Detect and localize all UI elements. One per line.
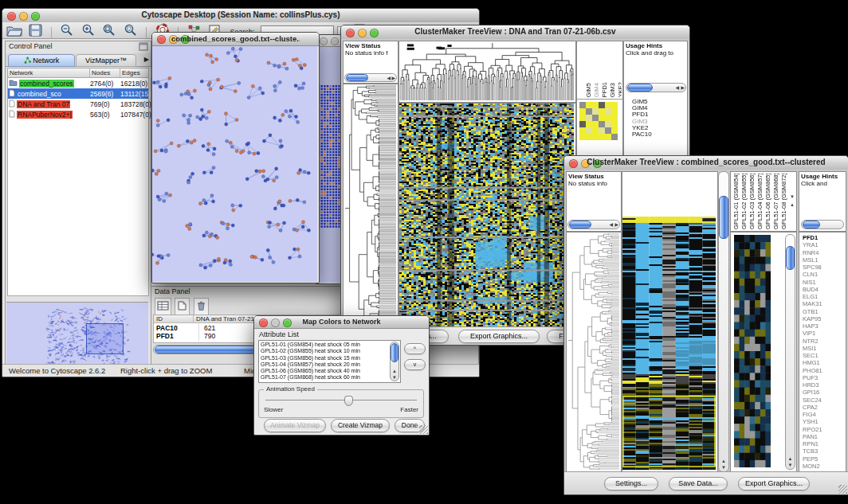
close-button[interactable] (569, 159, 578, 168)
folder-icon (9, 79, 18, 88)
move-down-button[interactable]: v (404, 359, 426, 370)
tv2-heatmap-vscrollbar[interactable]: ▲▼ (718, 171, 729, 472)
minimize-button[interactable] (331, 37, 339, 45)
speed-slider-thumb[interactable] (344, 396, 353, 406)
select-attributes-icon[interactable] (155, 298, 171, 315)
network-table-body: combined_scores2764(0)16218(0)combined_s… (8, 78, 148, 119)
tv2-heatmap-panel (622, 171, 718, 472)
tv2-export-graphics-button[interactable]: Export Graphics... (738, 477, 810, 490)
tv2-save-data-button[interactable]: Save Data... (669, 477, 728, 490)
tv2-settings-button[interactable]: Settings... (604, 477, 658, 490)
tv1-mini-heatmap[interactable] (579, 102, 618, 140)
network-overview-canvas[interactable] (6, 302, 148, 371)
tv2-zoom-vscrollbar[interactable]: ▲▼ (785, 234, 795, 470)
status-welcome: Welcome to Cytoscape 2.6.2 (9, 366, 105, 375)
network-view-window: combined_scores_good.txt--cluste... (151, 32, 320, 283)
control-panel-tabs: Network VizMapper™ ▶ (6, 53, 151, 67)
tv1-heatmap[interactable] (399, 104, 574, 326)
data-panel-toolbar (155, 298, 209, 315)
treeview2-titlebar[interactable]: ClusterMaker TreeView : combined_scores_… (564, 156, 848, 170)
tv1-row-dendrogram-panel (343, 84, 398, 329)
attribute-items[interactable]: GPL51-01 (GSM854) heat shock 05 minGPL51… (259, 341, 400, 382)
col-nodes[interactable]: Nodes (90, 68, 120, 77)
attribute-list-label: Attribute List (259, 330, 299, 338)
col-edges[interactable]: Edges (120, 68, 151, 77)
close-button[interactable] (346, 29, 355, 37)
doc-icon (9, 100, 15, 109)
tv2-vs-scrollbar[interactable]: ◀▶ (567, 220, 620, 229)
treeview1-titlebar[interactable]: ClusterMaker TreeView : DNA and Tran 07-… (341, 25, 689, 40)
tv1-view-status-panel: View Status No status info f ◀▶ (343, 41, 398, 84)
main-titlebar[interactable]: Cytoscape Desktop (Session Name: collins… (2, 9, 479, 23)
network-row[interactable]: DNA and Tran 07769(0)183728(0) (8, 99, 148, 109)
slower-label: Slower (264, 406, 283, 413)
control-panel: Control Panel Network VizMapper™ ▶ Netwo… (5, 41, 151, 373)
zoom-fit-button[interactable] (100, 22, 118, 37)
tv2-zoom-heatmap[interactable] (734, 235, 771, 467)
tab-vizmapper[interactable]: VizMapper™ (76, 54, 136, 67)
tv2-button-bar: Settings... Save Data... Export Graphics… (564, 471, 848, 494)
tv2-col-labels-panel: GPL51-01 (GSM854)GPL51-02 (GSM855)GPL51-… (730, 171, 797, 232)
tv1-col-dendrogram[interactable] (399, 41, 574, 100)
tv2-row-dendrogram[interactable] (567, 232, 619, 470)
view-status-info: No status info f (344, 49, 398, 57)
create-vizmap-button[interactable]: Create Vizmap (331, 419, 390, 432)
new-attribute-icon[interactable] (175, 298, 190, 315)
main-window-title: Cytoscape Desktop (Session Name: collins… (22, 10, 460, 19)
close-button[interactable] (157, 35, 166, 44)
float-panel-icon[interactable] (139, 42, 148, 53)
zoom-in-button[interactable] (80, 22, 97, 37)
network-row[interactable]: RNAPuberNov2+|563(0)107847(0) (8, 109, 148, 119)
view-status-info: No status info (567, 180, 621, 187)
tv1-row-dendrogram[interactable] (344, 84, 396, 326)
network-view-titlebar[interactable]: combined_scores_good.txt--cluste... (152, 33, 319, 46)
close-button[interactable] (320, 37, 328, 45)
close-button[interactable] (7, 12, 16, 21)
tv2-heatmap[interactable] (622, 217, 716, 470)
view-status-title: View Status (344, 41, 398, 49)
doc-icon (9, 89, 15, 99)
resize-grip[interactable] (419, 425, 428, 434)
delete-attribute-icon[interactable] (194, 298, 209, 315)
close-button[interactable] (259, 318, 268, 327)
tv1-vs-scrollbar[interactable]: ◀▶ (344, 73, 397, 82)
tv1-col-dendrogram-panel (398, 41, 576, 103)
network-row[interactable]: combined_scores2764(0)16218(0) (8, 78, 148, 88)
move-up-button[interactable]: ^ (404, 343, 426, 354)
gene-labels: PFD1YRA1RNR4MSL1SPC98CLN1NIS1BUD4ELG1MAK… (803, 234, 822, 470)
tv2-gene-list-panel: PFD1YRA1RNR4MSL1SPC98CLN1NIS1BUD4ELG1MAK… (799, 232, 846, 472)
network-view-title: combined_scores_good.txt--cluste... (171, 34, 300, 43)
id-column-header[interactable]: ID (154, 315, 194, 322)
animate-vizmap-button[interactable]: Animate Vizmap (264, 419, 326, 432)
tv2-uh-scrollbar[interactable] (801, 220, 844, 229)
resize-grip[interactable] (838, 485, 847, 494)
treeview1-title: ClusterMaker TreeView : DNA and Tran 07-… (360, 27, 670, 36)
tab-overflow-arrow[interactable]: ▶ (144, 56, 149, 63)
col-network[interactable]: Network (8, 68, 90, 77)
open-session-button[interactable] (6, 23, 23, 37)
treeview2-content: View Status No status info ◀▶ ▲▼ GPL51-0… (564, 170, 848, 494)
animation-speed-label: Animation Speed (264, 385, 317, 393)
network-table-header: Network Nodes Edges (8, 68, 148, 78)
attribute-listbox[interactable]: GPL51-01 (GSM854) heat shock 05 minGPL51… (258, 340, 401, 383)
tv1-uh-scrollbar[interactable]: ◀▶ (626, 83, 686, 92)
speed-slider-track[interactable] (265, 400, 417, 400)
tab-vizmapper-label: VizMapper™ (85, 57, 127, 64)
value-cells[interactable]: 621790 (199, 323, 220, 341)
zoom-selected-button[interactable] (122, 22, 139, 37)
usage-hints-info: Click and drag to (624, 49, 687, 57)
zoom-out-button[interactable] (58, 22, 76, 37)
id-cells[interactable]: PAC10PFD1 (154, 323, 199, 341)
tv1-row-labels: GIM5GIM4PFD1GIM3YKE2PAC10 (632, 99, 652, 138)
tv2-column-labels: GPL51-01 (GSM854)GPL51-02 (GSM855)GPL51-… (732, 174, 788, 229)
network-row[interactable]: combined_sco2569(6)13112(15) (8, 88, 148, 99)
network-graph-canvas[interactable] (152, 46, 317, 282)
usage-hints-title: Usage Hints (799, 172, 846, 180)
dialog-titlebar[interactable]: Map Colors to Network (254, 316, 429, 329)
save-session-button[interactable] (26, 23, 44, 37)
attribute-list-scrollbar[interactable]: ▲▼ (390, 342, 399, 381)
network-list: Network Nodes Edges combined_scores2764(… (7, 68, 149, 296)
tab-network[interactable]: Network (8, 54, 75, 67)
tv1-column-labels: GIM5GIM4PFD1GIM3YKE2PAC10 (585, 43, 622, 97)
tv1-export-graphics-button[interactable]: Export Graphics... (458, 330, 540, 343)
